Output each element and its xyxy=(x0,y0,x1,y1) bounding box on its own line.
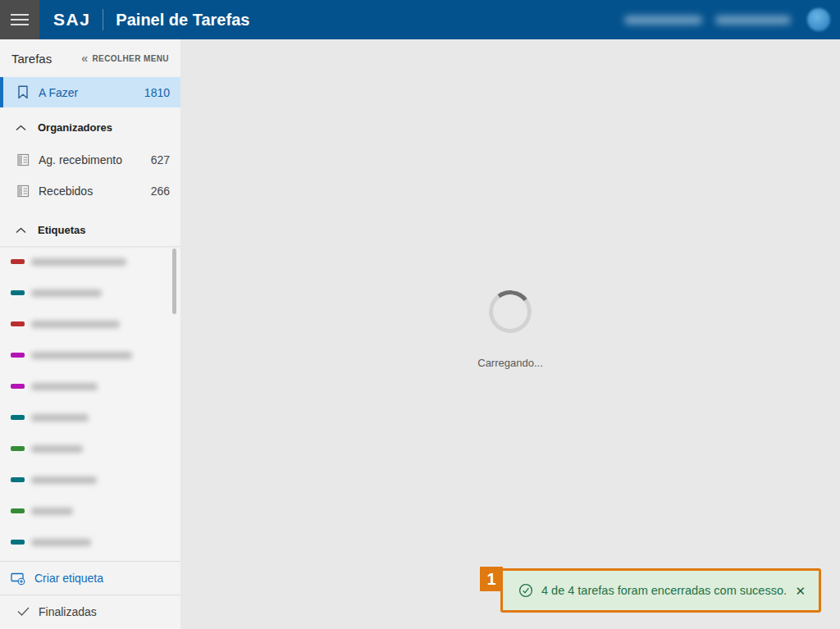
etiqueta-color-chip xyxy=(11,477,25,482)
app-logo: SAJ xyxy=(53,10,90,30)
etiqueta-item[interactable] xyxy=(0,340,180,371)
etiqueta-label-redacted xyxy=(31,508,73,515)
etiqueta-label-redacted xyxy=(31,258,126,266)
sidebar-item-count: 1810 xyxy=(144,86,170,99)
etiqueta-label-redacted xyxy=(31,539,91,546)
sidebar: Tarefas « RECOLHER MENU A Fazer 1810 Org… xyxy=(0,39,180,629)
etiqueta-label-redacted xyxy=(31,445,83,453)
etiqueta-label-redacted xyxy=(31,414,89,422)
chevron-up-icon xyxy=(16,222,26,237)
etiqueta-label-redacted xyxy=(31,476,97,484)
etiqueta-item[interactable] xyxy=(0,464,180,495)
topbar-user-area xyxy=(624,8,830,31)
close-icon[interactable]: ✕ xyxy=(795,585,806,597)
sidebar-item-label: Finalizadas xyxy=(39,605,170,618)
sidebar-title: Tarefas xyxy=(11,52,52,66)
create-etiqueta-button[interactable]: Criar etiqueta xyxy=(0,562,180,595)
etiqueta-item[interactable] xyxy=(0,526,180,558)
collapse-menu-button[interactable]: « RECOLHER MENU xyxy=(81,52,169,64)
etiqueta-color-chip xyxy=(11,446,25,451)
organizer-document-icon xyxy=(16,153,30,166)
section-etiquetas[interactable]: Etiquetas xyxy=(0,218,180,241)
bookmark-icon xyxy=(16,85,30,99)
etiqueta-color-chip xyxy=(11,321,25,326)
annotation-badge-1: 1 xyxy=(480,567,503,591)
double-chevron-left-icon: « xyxy=(81,52,88,64)
etiqueta-label-redacted xyxy=(31,352,132,359)
etiqueta-color-chip xyxy=(11,259,25,264)
etiqueta-label-redacted xyxy=(31,321,120,328)
loading-spinner-icon xyxy=(486,288,535,336)
user-name-redacted xyxy=(624,16,702,25)
sidebar-item-count: 266 xyxy=(151,185,170,198)
sidebar-item-label: A Fazer xyxy=(39,86,144,99)
sidebar-scrollbar[interactable] xyxy=(172,248,176,314)
etiqueta-item[interactable] xyxy=(0,433,180,464)
etiquetas-list xyxy=(0,246,180,558)
sidebar-item-recebidos[interactable]: Recebidos 266 xyxy=(0,175,180,207)
hamburger-menu-icon[interactable] xyxy=(0,0,39,39)
main-content: Carregando... 1 4 de 4 tarefas foram enc… xyxy=(180,39,840,629)
organizadores-list: Ag. recebimento 627 Recebidos 266 xyxy=(0,144,180,207)
loading-indicator: Carregando... xyxy=(180,290,840,369)
topbar-separator xyxy=(103,9,103,30)
sidebar-item-a-fazer[interactable]: A Fazer 1810 xyxy=(0,77,180,107)
etiqueta-color-chip xyxy=(11,540,25,545)
etiqueta-color-chip xyxy=(11,290,25,295)
etiquetas-scroll-area xyxy=(0,246,180,561)
sidebar-item-label: Recebidos xyxy=(39,185,151,198)
etiqueta-color-chip xyxy=(11,508,25,513)
sidebar-item-finalizadas[interactable]: Finalizadas xyxy=(0,595,180,627)
check-circle-icon xyxy=(518,583,533,598)
create-etiqueta-label: Criar etiqueta xyxy=(34,572,170,585)
etiqueta-color-chip xyxy=(11,353,25,358)
user-avatar[interactable] xyxy=(807,8,830,31)
section-label: Organizadores xyxy=(38,121,112,134)
sidebar-item-count: 627 xyxy=(151,153,170,166)
chevron-up-icon xyxy=(16,120,26,134)
sidebar-item-ag-recebimento[interactable]: Ag. recebimento 627 xyxy=(0,144,180,175)
toast-message: 4 de 4 tarefas foram encerradas com suce… xyxy=(541,584,795,597)
top-bar: SAJ Painel de Tarefas xyxy=(0,0,840,39)
page-title: Painel de Tarefas xyxy=(116,11,249,30)
section-organizadores[interactable]: Organizadores xyxy=(0,116,180,139)
tag-plus-icon xyxy=(11,572,26,586)
toast-container: 1 4 de 4 tarefas foram encerradas com su… xyxy=(500,568,821,613)
etiqueta-item[interactable] xyxy=(0,495,180,526)
user-info-redacted xyxy=(715,16,791,25)
loading-text: Carregando... xyxy=(477,357,543,369)
etiqueta-color-chip xyxy=(11,415,25,420)
etiqueta-item[interactable] xyxy=(0,277,180,308)
etiqueta-item[interactable] xyxy=(0,371,180,402)
etiqueta-item[interactable] xyxy=(0,246,180,277)
etiqueta-item[interactable] xyxy=(0,402,180,433)
etiqueta-item[interactable] xyxy=(0,308,180,340)
etiqueta-label-redacted xyxy=(31,383,98,390)
organizer-document-icon xyxy=(16,185,30,198)
etiqueta-color-chip xyxy=(11,384,25,389)
sidebar-item-label: Ag. recebimento xyxy=(39,153,151,166)
success-toast: 4 de 4 tarefas foram encerradas com suce… xyxy=(500,568,821,613)
checkmark-icon xyxy=(16,607,30,616)
section-label: Etiquetas xyxy=(38,224,86,236)
sidebar-header: Tarefas « RECOLHER MENU xyxy=(0,39,180,77)
etiqueta-label-redacted xyxy=(31,289,102,297)
collapse-menu-label: RECOLHER MENU xyxy=(92,54,169,63)
